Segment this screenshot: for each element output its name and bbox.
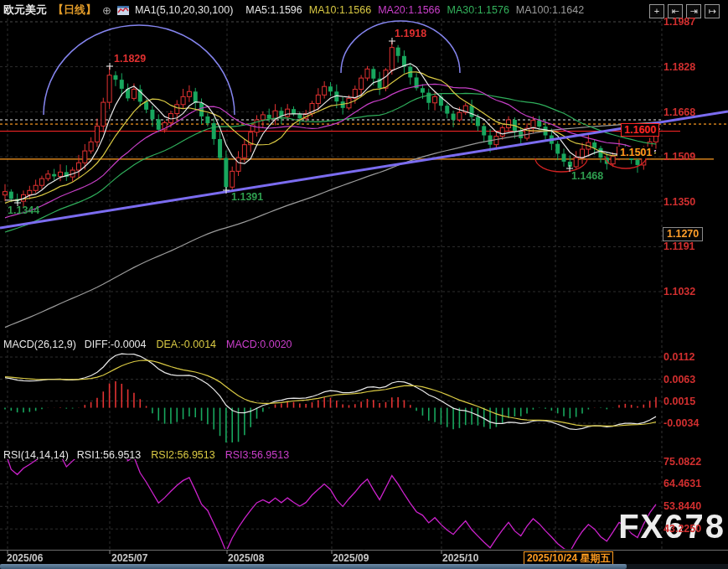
macd-value-1: DEA:-0.0014 [156, 339, 216, 350]
rsi-axis-label: 43.2250 [663, 523, 701, 535]
rsi-axis-label: 64.4631 [663, 478, 701, 489]
ma-legend: MA5:1.1596MA10:1.1566MA20:1.1566MA30:1.1… [239, 4, 584, 16]
rsi-axis-label: 75.0822 [663, 456, 701, 468]
price-annotation: 1.1468 [571, 170, 603, 182]
macd-value-2: MACD:0.0020 [226, 339, 292, 350]
rsi-title: RSI(14,14,14) [3, 449, 69, 461]
macd-title: MACD(26,12,9) [3, 339, 76, 350]
pan-tool-icon[interactable]: + [649, 4, 664, 18]
y-axis-label: 1.1032 [663, 286, 695, 297]
scrollbar-thumb[interactable] [0, 564, 627, 569]
price-alert-marker: 1.1270 [663, 227, 703, 241]
current-date-label: 2025/10/24 星期五 [524, 551, 613, 565]
x-axis-label: 2025/09 [333, 552, 369, 564]
level-line-label: 1.1501 [617, 147, 654, 158]
macd-value-0: DIFF:-0.0004 [85, 339, 147, 350]
shift-right-icon[interactable]: ↦ [705, 4, 720, 18]
price-annotation: 1.1344 [8, 204, 39, 216]
macd-axis-label: -0.0034 [663, 417, 699, 429]
y-axis-label: 1.1509 [663, 151, 695, 163]
y-axis-label: 1.1668 [663, 106, 695, 118]
price-annotation: 1.1391 [231, 191, 263, 203]
x-axis-label: 2025/06 [7, 552, 43, 564]
rsi-value-1: RSI2:56.9513 [151, 449, 214, 461]
rsi-value-2: RSI3:56.9513 [225, 449, 289, 461]
expand-icon[interactable]: ⊕ [102, 4, 111, 17]
ma-settings-label: MA1(5,10,20,30,100) [135, 4, 233, 16]
ma-legend-ma100: MA100:1.1642 [516, 4, 584, 16]
ma-legend-ma10: MA10:1.1566 [309, 4, 371, 16]
rsi-axis-label: 53.8440 [663, 500, 701, 512]
rsi-value-0: RSI1:56.9513 [77, 449, 141, 461]
chart-window: 欧元美元 【日线】 ⊕ MA1(5,10,20,30,100) MA5:1.15… [0, 0, 728, 569]
ma-legend-ma20: MA20:1.1566 [378, 4, 440, 16]
rsi-values: RSI1:56.9513RSI2:56.9513RSI3:56.9513 [77, 449, 289, 461]
ma-legend-ma30: MA30:1.1576 [447, 4, 509, 16]
macd-axis-label: 0.0063 [663, 374, 695, 385]
y-axis-label: 1.1350 [663, 196, 695, 208]
price-annotation: 1.1829 [114, 53, 146, 65]
macd-values: DIFF:-0.0004DEA:-0.0014MACD:0.0020 [85, 339, 292, 350]
ma-legend-ma5: MA5:1.1596 [245, 4, 302, 16]
x-axis-label: 2025/07 [111, 552, 147, 564]
macd-axis-label: 0.0112 [663, 351, 695, 363]
y-axis-label: 1.1987 [663, 16, 695, 28]
x-axis-label: 2025/08 [228, 552, 264, 564]
symbol-name: 欧元美元 [3, 3, 47, 18]
y-axis-label: 1.1191 [663, 241, 695, 252]
macd-axis-label: 0.0015 [663, 396, 695, 407]
indicator-chart-icon [117, 6, 129, 15]
x-axis-label: 2025/10 [442, 552, 478, 564]
y-axis-label: 1.1828 [663, 61, 695, 73]
chart-canvas[interactable] [0, 0, 728, 569]
timeframe-label: 【日线】 [53, 3, 96, 18]
level-line-label: 1.1600 [621, 123, 659, 137]
macd-header: MACD(26,12,9) DIFF:-0.0004DEA:-0.0014MAC… [3, 339, 292, 350]
rsi-header: RSI(14,14,14) RSI1:56.9513RSI2:56.9513RS… [3, 449, 289, 461]
price-annotation: 1.1918 [395, 28, 426, 39]
chart-header: 欧元美元 【日线】 ⊕ MA1(5,10,20,30,100) MA5:1.15… [3, 3, 584, 18]
